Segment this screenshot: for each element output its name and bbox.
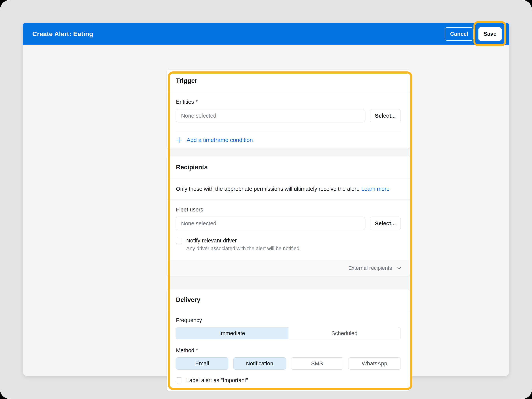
notify-driver-help: Any driver associated with the alert wil…: [186, 246, 401, 252]
important-row: Label alert as "Important": [176, 377, 401, 383]
modal-header: Create Alert: Eating Cancel Save: [23, 23, 509, 45]
method-options-row: Email Notification SMS WhatsApp: [176, 357, 401, 370]
notify-driver-label[interactable]: Notify relevant driver: [186, 238, 237, 244]
frequency-segmented-control: Immediate Scheduled: [176, 327, 401, 339]
fleet-users-input[interactable]: [176, 217, 365, 230]
learn-more-link[interactable]: Learn more: [361, 186, 389, 192]
frequency-label: Frequency: [176, 317, 401, 323]
fleet-users-select-button[interactable]: Select...: [370, 217, 401, 230]
recipients-body: Fleet users Select... Notify relevant dr…: [167, 200, 410, 252]
important-checkbox[interactable]: [176, 377, 182, 383]
method-option-notification[interactable]: Notification: [233, 357, 286, 370]
add-timeframe-link[interactable]: Add a timeframe condition: [167, 132, 410, 148]
method-label: Method *: [176, 347, 401, 354]
important-label[interactable]: Label alert as "Important": [186, 377, 248, 383]
entities-label: Entities *: [176, 99, 401, 105]
frequency-option-scheduled[interactable]: Scheduled: [288, 327, 401, 339]
recipients-description: Only those with the appropriate permissi…: [176, 186, 359, 192]
entities-field-row: Select...: [176, 109, 401, 122]
recipients-section: Recipients Only those with the appropria…: [167, 156, 410, 276]
page-title: Create Alert: Eating: [32, 30, 93, 38]
page-background: Create Alert: Eating Cancel Save Trigger…: [0, 0, 532, 399]
method-option-email[interactable]: Email: [176, 357, 228, 370]
trigger-body: Entities * Select...: [167, 92, 410, 122]
fleet-users-label: Fleet users: [176, 207, 401, 213]
delivery-body: Frequency Immediate Scheduled Method * E…: [167, 310, 410, 383]
external-recipients-label: External recipients: [348, 265, 392, 271]
chevron-down-icon: [396, 266, 401, 270]
external-recipients-toggle[interactable]: External recipients: [167, 260, 410, 276]
trigger-section: Trigger Entities * Select...: [167, 69, 410, 149]
save-button[interactable]: Save: [478, 27, 502, 41]
method-option-whatsapp[interactable]: WhatsApp: [348, 357, 401, 370]
frequency-option-immediate[interactable]: Immediate: [176, 327, 288, 339]
add-timeframe-label: Add a timeframe condition: [187, 137, 253, 143]
alert-form-column: Trigger Entities * Select...: [167, 69, 410, 391]
method-group: Method * Email Notification SMS WhatsApp: [176, 347, 401, 370]
entities-input[interactable]: [176, 109, 365, 122]
delivery-section: Delivery Frequency Immediate Scheduled M…: [167, 289, 410, 391]
method-option-sms[interactable]: SMS: [291, 357, 343, 370]
delivery-heading: Delivery: [167, 289, 410, 310]
recipients-description-row: Only those with the appropriate permissi…: [167, 178, 410, 200]
plus-icon: [176, 137, 182, 143]
notify-driver-row: Notify relevant driver: [176, 238, 401, 244]
trigger-heading: Trigger: [167, 70, 410, 92]
screenshot-stage: Create Alert: Eating Cancel Save Trigger…: [0, 0, 532, 399]
header-actions: Cancel Save: [445, 27, 502, 41]
cancel-button[interactable]: Cancel: [445, 27, 474, 41]
create-alert-modal: Create Alert: Eating Cancel Save Trigger…: [23, 23, 509, 376]
notify-driver-checkbox[interactable]: [176, 238, 182, 244]
fleet-users-field-row: Select...: [176, 217, 401, 230]
recipients-heading: Recipients: [167, 156, 410, 178]
entities-select-button[interactable]: Select...: [370, 109, 401, 122]
